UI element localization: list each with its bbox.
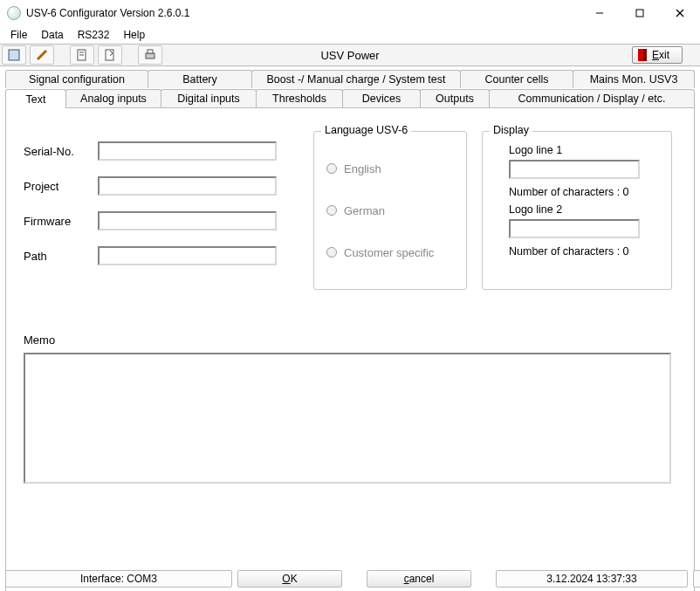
tab-signal-configuration[interactable]: Signal configuration xyxy=(5,70,148,88)
statusbar: Interface: COM3 OK cancel 3.12.2024 13:3… xyxy=(0,568,700,591)
status-interface: Interface: COM3 xyxy=(5,570,232,588)
print-icon[interactable] xyxy=(138,45,162,65)
menu-data[interactable]: Data xyxy=(34,27,70,43)
svg-rect-4 xyxy=(9,50,19,60)
maximize-button[interactable] xyxy=(620,0,660,26)
svg-rect-10 xyxy=(146,53,154,58)
serial-label: Serial-No. xyxy=(24,145,98,158)
close-button[interactable] xyxy=(660,0,700,26)
menu-rs232[interactable]: RS232 xyxy=(71,27,117,43)
exit-button[interactable]: Exit xyxy=(632,46,683,64)
project-label: Project xyxy=(24,180,98,193)
serial-input[interactable] xyxy=(98,141,277,161)
tab-analog-inputs[interactable]: Analog inputs xyxy=(65,89,161,107)
window-controls xyxy=(580,0,700,26)
status-datetime: 3.12.2024 13:37:33 xyxy=(496,570,688,588)
tab-thresholds[interactable]: Thresholds xyxy=(256,89,343,107)
tab-digital-inputs[interactable]: Digital inputs xyxy=(161,89,257,107)
tab-outputs[interactable]: Outputs xyxy=(420,89,490,107)
display-legend: Display xyxy=(490,124,532,136)
radio-icon xyxy=(326,247,337,258)
language-customer-label: Customer specific xyxy=(344,246,434,259)
exit-label: xit xyxy=(659,49,669,61)
window-title: USV-6 Configurator Version 2.6.0.1 xyxy=(26,7,189,19)
menubar: File Data RS232 Help xyxy=(0,26,700,44)
tabs-row-2: Text Analog inputs Digital inputs Thresh… xyxy=(0,88,700,107)
app-icon xyxy=(7,6,21,20)
tab-counter-cells[interactable]: Counter cells xyxy=(460,70,573,88)
text-fields: Serial-No. Project Firmware Path xyxy=(24,141,285,281)
language-customer-radio[interactable]: Customer specific xyxy=(326,246,466,259)
radio-icon xyxy=(326,163,337,174)
exit-icon xyxy=(638,49,647,61)
toolbar-title: USV Power xyxy=(320,49,379,62)
display-group: Display Logo line 1 Number of characters… xyxy=(482,131,672,290)
menu-file[interactable]: File xyxy=(3,27,34,43)
titlebar: USV-6 Configurator Version 2.6.0.1 xyxy=(0,0,700,26)
logo-line-1-input[interactable] xyxy=(509,160,640,179)
memo-label: Memo xyxy=(24,333,55,347)
radio-icon xyxy=(326,205,337,216)
language-english-label: English xyxy=(344,162,381,175)
tab-text[interactable]: Text xyxy=(5,89,66,108)
project-input[interactable] xyxy=(98,176,277,196)
open-icon[interactable] xyxy=(70,45,94,65)
menu-help[interactable]: Help xyxy=(116,27,152,43)
ok-button[interactable]: OK xyxy=(237,570,342,588)
tab-communication-display[interactable]: Communication / Display / etc. xyxy=(489,89,695,107)
cancel-button[interactable]: cancel xyxy=(367,570,471,588)
firmware-input[interactable] xyxy=(98,211,277,230)
edit-icon[interactable] xyxy=(30,45,54,65)
svg-rect-11 xyxy=(148,50,153,53)
svg-rect-1 xyxy=(636,10,643,17)
tab-boost-manual-charge[interactable]: Boost -/ Manual charge / System test xyxy=(251,70,461,88)
logo-line-2-label: Logo line 2 xyxy=(509,203,657,216)
save-icon[interactable] xyxy=(98,45,122,65)
logo-line-1-label: Logo line 1 xyxy=(509,144,657,156)
new-icon[interactable] xyxy=(2,45,26,65)
tabs-row-1: Signal configuration Battery Boost -/ Ma… xyxy=(0,70,700,88)
language-german-radio[interactable]: German xyxy=(326,204,466,217)
toolbar: USV Power Exit xyxy=(0,44,700,66)
tab-battery[interactable]: Battery xyxy=(148,70,252,88)
logo-line-2-chars: Number of characters : 0 xyxy=(509,245,657,258)
firmware-label: Firmware xyxy=(24,215,98,228)
content-panel: Serial-No. Project Firmware Path Languag… xyxy=(5,107,695,591)
tab-mains-mon[interactable]: Mains Mon. USV3 xyxy=(573,70,695,88)
memo-textarea[interactable] xyxy=(24,353,671,484)
language-german-label: German xyxy=(344,204,385,217)
svg-rect-9 xyxy=(106,50,113,60)
language-group: Language USV-6 English German Customer s… xyxy=(313,131,467,290)
minimize-button[interactable] xyxy=(580,0,620,26)
logo-line-2-input[interactable] xyxy=(509,219,640,238)
path-label: Path xyxy=(24,250,98,263)
language-english-radio[interactable]: English xyxy=(326,162,466,175)
svg-line-5 xyxy=(38,51,46,59)
path-input[interactable] xyxy=(98,246,277,265)
language-legend: Language USV-6 xyxy=(321,124,411,136)
logo-line-1-chars: Number of characters : 0 xyxy=(509,186,657,198)
status-grip xyxy=(693,570,700,588)
tab-devices[interactable]: Devices xyxy=(342,89,421,107)
